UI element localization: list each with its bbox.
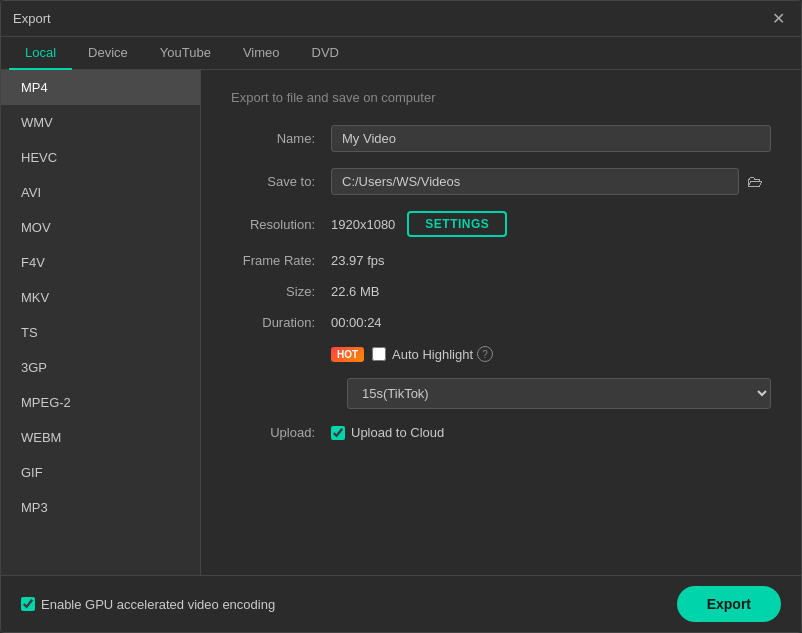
upload-row: Upload: Upload to Cloud: [231, 425, 771, 440]
auto-highlight-row: HOT Auto Highlight ?: [231, 346, 771, 362]
duration-value: 00:00:24: [331, 315, 382, 330]
size-label: Size:: [231, 284, 331, 299]
auto-highlight-checkbox[interactable]: [372, 347, 386, 361]
resolution-value: 1920x1080: [331, 217, 395, 232]
sidebar-item-gif[interactable]: GIF: [1, 455, 200, 490]
sidebar-item-mpeg2[interactable]: MPEG-2: [1, 385, 200, 420]
tab-device[interactable]: Device: [72, 37, 144, 70]
sidebar-item-mp4[interactable]: MP4: [1, 70, 200, 105]
sidebar-item-ts[interactable]: TS: [1, 315, 200, 350]
folder-button[interactable]: 🗁: [739, 169, 771, 195]
help-icon[interactable]: ?: [477, 346, 493, 362]
close-button[interactable]: ✕: [768, 9, 789, 28]
upload-cloud-text: Upload to Cloud: [351, 425, 444, 440]
export-button[interactable]: Export: [677, 586, 781, 622]
sidebar-item-avi[interactable]: AVI: [1, 175, 200, 210]
duration-label: Duration:: [231, 315, 331, 330]
export-subtitle: Export to file and save on computer: [231, 90, 771, 105]
name-row: Name:: [231, 125, 771, 152]
highlight-dropdown-row: 15s(TikTok) 30s(Instagram) 60s(YouTube) …: [231, 378, 771, 409]
name-label: Name:: [231, 131, 331, 146]
tab-local[interactable]: Local: [9, 37, 72, 70]
auto-highlight-checkbox-label[interactable]: Auto Highlight: [372, 347, 473, 362]
sidebar-item-webm[interactable]: WEBM: [1, 420, 200, 455]
size-row: Size: 22.6 MB: [231, 284, 771, 299]
hot-badge: HOT: [331, 347, 364, 362]
auto-highlight-text: Auto Highlight: [392, 347, 473, 362]
save-to-row: Save to: 🗁: [231, 168, 771, 195]
sidebar-item-mkv[interactable]: MKV: [1, 280, 200, 315]
upload-cloud-label[interactable]: Upload to Cloud: [331, 425, 444, 440]
size-value: 22.6 MB: [331, 284, 379, 299]
tab-youtube[interactable]: YouTube: [144, 37, 227, 70]
sidebar-item-hevc[interactable]: HEVC: [1, 140, 200, 175]
tab-bar: Local Device YouTube Vimeo DVD: [1, 37, 801, 70]
frame-rate-value: 23.97 fps: [331, 253, 385, 268]
upload-cloud-checkbox[interactable]: [331, 426, 345, 440]
resolution-value-row: 1920x1080 SETTINGS: [331, 211, 771, 237]
save-to-label: Save to:: [231, 174, 331, 189]
sidebar: MP4 WMV HEVC AVI MOV F4V MKV TS 3GP MPEG…: [1, 70, 201, 575]
window-title: Export: [13, 11, 51, 26]
sidebar-item-3gp[interactable]: 3GP: [1, 350, 200, 385]
gpu-checkbox-label[interactable]: Enable GPU accelerated video encoding: [21, 597, 275, 612]
highlight-dropdown[interactable]: 15s(TikTok) 30s(Instagram) 60s(YouTube) …: [347, 378, 771, 409]
upload-label: Upload:: [231, 425, 331, 440]
content-area: MP4 WMV HEVC AVI MOV F4V MKV TS 3GP MPEG…: [1, 70, 801, 575]
save-to-input-row: 🗁: [331, 168, 771, 195]
sidebar-item-mp3[interactable]: MP3: [1, 490, 200, 525]
bottom-bar: Enable GPU accelerated video encoding Ex…: [1, 575, 801, 632]
main-panel: Export to file and save on computer Name…: [201, 70, 801, 575]
sidebar-item-f4v[interactable]: F4V: [1, 245, 200, 280]
title-bar: Export ✕: [1, 1, 801, 37]
duration-row: Duration: 00:00:24: [231, 315, 771, 330]
tab-dvd[interactable]: DVD: [296, 37, 355, 70]
export-window: Export ✕ Local Device YouTube Vimeo DVD …: [0, 0, 802, 633]
save-to-input[interactable]: [331, 168, 739, 195]
auto-highlight-content: HOT Auto Highlight ?: [331, 346, 771, 362]
tab-vimeo[interactable]: Vimeo: [227, 37, 296, 70]
frame-rate-label: Frame Rate:: [231, 253, 331, 268]
gpu-checkbox[interactable]: [21, 597, 35, 611]
sidebar-item-wmv[interactable]: WMV: [1, 105, 200, 140]
settings-button[interactable]: SETTINGS: [407, 211, 507, 237]
resolution-row: Resolution: 1920x1080 SETTINGS: [231, 211, 771, 237]
gpu-label-text: Enable GPU accelerated video encoding: [41, 597, 275, 612]
resolution-label: Resolution:: [231, 217, 331, 232]
frame-rate-row: Frame Rate: 23.97 fps: [231, 253, 771, 268]
sidebar-item-mov[interactable]: MOV: [1, 210, 200, 245]
name-input[interactable]: [331, 125, 771, 152]
